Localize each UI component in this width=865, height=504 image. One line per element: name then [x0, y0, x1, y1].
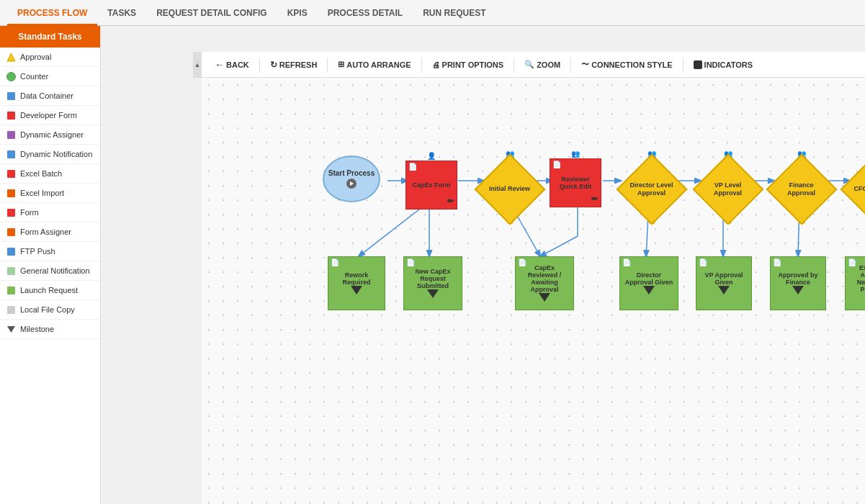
cfo-approval-label: CFO Approval	[852, 185, 865, 193]
svg-rect-9	[7, 228, 15, 236]
node-initial-review[interactable]: 👥 Initial Review 👍	[479, 150, 540, 224]
counter-icon	[6, 71, 16, 81]
node-reviewer-quick-edit[interactable]: 👥 📄 Reviewer Quick Edit ✏	[550, 150, 601, 207]
node-capex-form[interactable]: 👤 📄 CapEx Form ✏	[405, 152, 457, 210]
doc-icon: 📄	[622, 258, 631, 266]
node-new-capex-request[interactable]: 📄 New CapEx Request Submitted	[403, 256, 462, 310]
sidebar-item-ftp-push[interactable]: FTP Push	[0, 242, 100, 261]
pencil-icon: ✏	[591, 194, 598, 204]
sidebar-item-dynamic-notification[interactable]: Dynamic Notification	[0, 145, 100, 164]
doc-icon: 📄	[699, 258, 707, 266]
zoom-icon: 🔍	[524, 60, 534, 69]
form-assigner-icon	[6, 227, 16, 237]
back-button[interactable]: ← BACK	[209, 57, 255, 72]
node-cfo-approval[interactable]: 👥 CFO Approval 👍	[845, 150, 865, 224]
tab-request-detail-config[interactable]: REQUEST DETAIL CONFIG	[146, 0, 277, 26]
connection-style-button[interactable]: 〜 CONNECTION STYLE	[575, 57, 678, 72]
node-vp-level-approval[interactable]: 👥 VP Level Approval 👍	[697, 150, 758, 224]
vp-approval-given-label: VP Approval Given	[699, 271, 748, 286]
ftp-push-icon	[6, 246, 16, 256]
excel-batch-icon	[6, 168, 16, 179]
sidebar-item-label: Excel Batch	[20, 169, 62, 178]
sidebar-item-dynamic-assigner[interactable]: Dynamic Assigner	[0, 125, 100, 145]
node-start-process[interactable]: Start Process	[323, 156, 380, 202]
node-finance-approval[interactable]: 👥 Finance Approval 👍	[771, 150, 832, 224]
sidebar-item-label: Form Assigner	[20, 228, 71, 236]
sidebar-item-excel-import[interactable]: Excel Import	[0, 184, 100, 203]
sidebar: Standard Tasks Approval Counter Data Con…	[0, 26, 101, 504]
director-level-label: Director Level Approval	[628, 181, 675, 197]
milestone-triangle	[427, 289, 439, 298]
sidebar-item-data-container[interactable]: Data Container	[0, 86, 100, 106]
svg-rect-5	[7, 150, 15, 158]
sidebar-item-label: Counter	[20, 72, 48, 81]
sidebar-item-label: Form	[20, 208, 39, 217]
print-options-button[interactable]: 🖨 PRINT OPTIONS	[426, 58, 510, 71]
node-rework-required[interactable]: 📄 Rework Required	[328, 256, 385, 310]
sidebar-item-launch-request[interactable]: Launch Request	[0, 281, 100, 300]
zoom-button[interactable]: 🔍 ZOOM	[519, 58, 566, 71]
approved-by-finance-label: Approved by Finance	[774, 271, 823, 286]
pencil-icon: ✏	[447, 197, 454, 206]
sidebar-item-counter[interactable]: Counter	[0, 67, 100, 86]
node-vp-approval-given[interactable]: 📄 VP Approval Given	[696, 256, 752, 310]
form-icon	[6, 207, 16, 217]
svg-rect-12	[7, 287, 15, 294]
sidebar-item-developer-form[interactable]: Developer Form	[0, 106, 100, 125]
sidebar-item-excel-batch[interactable]: Excel Batch	[0, 164, 100, 184]
svg-point-1	[6, 72, 15, 81]
node-executive-approval[interactable]: 📄 Executive Approval Needed - In Progres…	[845, 256, 865, 310]
milestone-icon	[6, 324, 16, 334]
canvas-inner: Start Process 👤 📄 CapEx Form ✏	[202, 78, 865, 504]
vp-level-label: VP Level Approval	[704, 181, 751, 197]
sidebar-item-approval[interactable]: Approval	[0, 48, 100, 67]
tab-process-flow[interactable]: PROCESS FLOW	[7, 0, 97, 26]
milestone-triangle	[351, 286, 362, 294]
tab-run-request[interactable]: RUN REQUEST	[413, 0, 496, 26]
sidebar-item-form[interactable]: Form	[0, 203, 100, 222]
milestone-triangle	[792, 286, 804, 294]
node-approved-by-finance[interactable]: 📄 Approved by Finance	[770, 256, 826, 310]
sidebar-item-label: Excel Import	[20, 189, 64, 197]
sidebar-item-label: Milestone	[20, 325, 54, 333]
dynamic-notification-icon	[6, 149, 16, 159]
indicators-icon	[694, 60, 702, 69]
sidebar-item-label: Developer Form	[20, 111, 77, 120]
sidebar-item-local-file-copy[interactable]: Local File Copy	[0, 300, 100, 320]
node-director-approval-given[interactable]: 📄 Director Approval Given	[619, 256, 678, 310]
wave-icon: 〜	[581, 59, 589, 70]
svg-rect-10	[7, 248, 15, 256]
node-director-level-approval[interactable]: 👥 Director Level Approval 👍	[621, 150, 682, 224]
tab-process-detail[interactable]: PROCESS DETAIL	[318, 0, 413, 26]
tab-tasks[interactable]: TASKS	[97, 0, 146, 26]
grid-icon: ⊞	[338, 60, 344, 69]
node-capex-reviewed[interactable]: 📄 CapEx Reviewed / Awaiting Approval	[515, 256, 574, 310]
svg-rect-7	[7, 189, 15, 197]
indicators-button[interactable]: INDICATORS	[688, 58, 758, 71]
top-navigation: PROCESS FLOW TASKS REQUEST DETAIL CONFIG…	[0, 0, 865, 26]
sidebar-item-label: Dynamic Assigner	[20, 130, 84, 139]
sidebar-header: Standard Tasks	[0, 26, 100, 48]
executive-approval-label: Executive Approval Needed - In Progress	[848, 264, 865, 293]
new-capex-label: New CapEx Request Submitted	[407, 268, 459, 289]
sidebar-item-milestone[interactable]: Milestone	[0, 320, 100, 339]
sidebar-item-label: Dynamic Notification	[20, 150, 92, 158]
separator	[514, 58, 514, 72]
start-label: Start Process	[328, 169, 375, 177]
sidebar-item-form-assigner[interactable]: Form Assigner	[0, 222, 100, 242]
doc-icon: 📄	[518, 258, 526, 266]
sidebar-item-label: Launch Request	[20, 286, 78, 294]
auto-arrange-button[interactable]: ⊞ AUTO ARRANGE	[332, 58, 416, 71]
reviewer-quick-edit-label: Reviewer Quick Edit	[553, 174, 598, 192]
play-icon	[346, 179, 357, 189]
refresh-button[interactable]: ↻ REFRESH	[264, 58, 323, 72]
canvas-area[interactable]: Start Process 👤 📄 CapEx Form ✏	[202, 78, 865, 504]
initial-review-label: Initial Review	[486, 185, 533, 193]
dynamic-assigner-icon	[6, 130, 16, 140]
approval-icon	[6, 52, 16, 62]
svg-rect-2	[7, 92, 15, 100]
tab-kpis[interactable]: KPIS	[277, 0, 318, 26]
separator	[259, 58, 260, 72]
separator	[570, 58, 571, 72]
sidebar-item-general-notification[interactable]: General Notification	[0, 261, 100, 281]
